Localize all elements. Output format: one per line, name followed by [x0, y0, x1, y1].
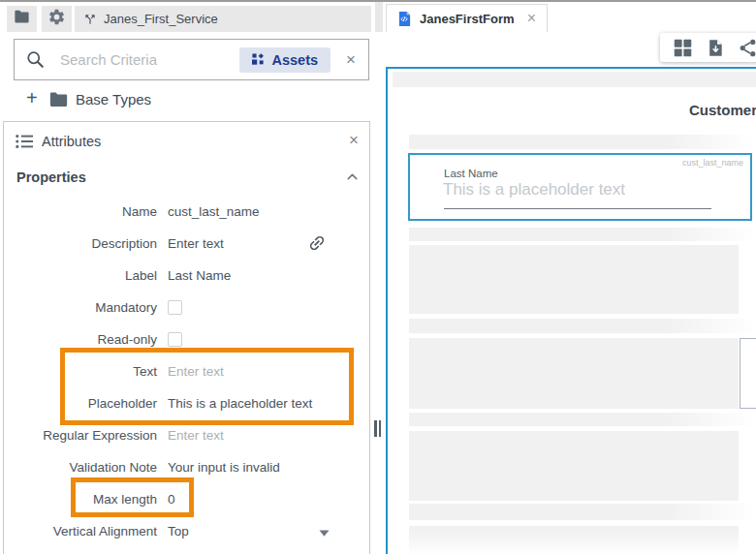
property-row-max-length: Max length 0 — [4, 483, 369, 515]
form-placeholder-strip — [393, 72, 756, 87]
folder-icon — [48, 90, 69, 111]
property-label: Text — [4, 364, 157, 379]
label-field[interactable]: Last Name — [168, 268, 231, 283]
form-spacer-bar — [409, 135, 756, 149]
form-placeholder-block[interactable] — [409, 245, 739, 314]
property-label: Regular Expression — [4, 428, 157, 443]
clear-search-icon[interactable]: × — [346, 51, 356, 68]
name-field[interactable]: cust_last_name — [168, 204, 260, 219]
form-file-icon — [397, 11, 412, 27]
form-placeholder-block[interactable] — [409, 338, 739, 409]
attributes-panel: Attributes × Properties Name cust_last_n… — [3, 121, 370, 554]
property-label: Placeholder — [4, 396, 157, 411]
tree-item-base-types[interactable]: + Base Types — [0, 87, 369, 112]
text-field[interactable]: Enter text — [168, 364, 224, 379]
settings-button[interactable] — [42, 6, 72, 32]
field-technical-name: cust_last_name — [682, 158, 743, 168]
folder-icon — [13, 8, 31, 30]
search-icon — [25, 49, 46, 70]
gear-icon — [47, 8, 66, 30]
share-button[interactable] — [738, 38, 756, 58]
canvas-toolbar — [660, 33, 756, 62]
form-spacer-bar — [409, 319, 756, 333]
properties-section-header[interactable]: Properties — [4, 161, 369, 194]
property-label: Validation Note — [4, 460, 157, 475]
property-label: Label — [4, 268, 157, 283]
panel-splitter-handle[interactable] — [374, 420, 384, 437]
form-spacer-bar — [409, 228, 756, 241]
description-field[interactable]: Enter text — [168, 236, 224, 251]
form-title: Customer — [689, 102, 756, 118]
field-underline — [444, 208, 711, 209]
tab-title: JanesFirstForm — [420, 12, 515, 26]
side-panel-edge — [740, 338, 756, 409]
property-row-label: Label Last Name — [4, 260, 369, 292]
close-tab-icon[interactable]: × — [527, 11, 536, 26]
field-placeholder-text: This is a placeholder text — [443, 180, 625, 200]
property-label: Vertical Alignment — [4, 524, 157, 539]
properties-title: Properties — [16, 169, 86, 185]
property-row-vertical-alignment: Vertical Alignment Top — [4, 515, 369, 547]
property-row-regex: Regular Expression Enter text — [4, 419, 369, 451]
property-label: Description — [4, 236, 157, 251]
folder-button[interactable] — [7, 6, 37, 32]
property-label: Name — [4, 204, 157, 219]
assets-filter-button[interactable]: Assets — [239, 47, 331, 73]
service-tab-label: Janes_First_Service — [104, 12, 218, 26]
base-types-label: Base Types — [76, 91, 151, 108]
property-label: Mandatory — [4, 300, 157, 315]
chevron-up-icon[interactable] — [344, 169, 361, 189]
property-row-name: Name cust_last_name — [4, 196, 369, 228]
toolbar-divider — [375, 2, 383, 32]
attributes-title: Attributes — [42, 134, 101, 149]
placeholder-field[interactable]: This is a placeholder text — [168, 396, 312, 411]
form-placeholder-block[interactable] — [409, 431, 739, 501]
assets-label: Assets — [272, 52, 319, 68]
import-file-button[interactable] — [706, 38, 725, 58]
form-spacer-bar — [409, 504, 756, 520]
assets-icon — [252, 53, 265, 66]
property-row-description: Description Enter text — [4, 228, 369, 260]
properties-list: Name cust_last_name Description Enter te… — [4, 196, 369, 547]
form-placeholder-block[interactable] — [409, 526, 739, 554]
attributes-header: Attributes × — [4, 122, 369, 161]
field-label: Last Name — [444, 168, 498, 179]
grid-view-button[interactable] — [673, 38, 693, 58]
property-row-placeholder: Placeholder This is a placeholder text — [4, 387, 369, 419]
property-label: Max length — [4, 492, 157, 507]
tab-janesfirstform[interactable]: JanesFirstForm × — [386, 4, 548, 32]
app-window: Janes_First_Service Assets × + Base Type… — [0, 0, 756, 554]
list-icon — [15, 133, 34, 150]
search-panel: Assets × — [14, 39, 369, 80]
property-row-mandatory: Mandatory — [4, 292, 369, 323]
regex-field[interactable]: Enter text — [168, 428, 224, 443]
link-icon[interactable] — [303, 230, 331, 257]
selected-form-field[interactable]: cust_last_name Last Name This is a place… — [408, 153, 752, 221]
validation-note-field[interactable]: Your input is invalid — [168, 460, 280, 475]
service-branch-icon — [83, 13, 97, 26]
property-row-readonly: Read-only — [4, 323, 369, 355]
max-length-field[interactable]: 0 — [168, 492, 175, 507]
form-spacer-bar — [409, 413, 756, 426]
mandatory-checkbox[interactable] — [168, 300, 182, 315]
readonly-checkbox[interactable] — [168, 332, 182, 347]
search-input[interactable] — [58, 50, 239, 69]
service-tab[interactable]: Janes_First_Service — [75, 6, 371, 32]
property-row-validation-note: Validation Note Your input is invalid — [4, 451, 369, 483]
property-label: Read-only — [4, 332, 157, 347]
dropdown-caret-icon[interactable] — [317, 525, 331, 542]
vertical-alignment-select[interactable]: Top — [168, 524, 189, 539]
expand-plus-icon[interactable]: + — [26, 88, 38, 108]
close-attributes-icon[interactable]: × — [349, 132, 359, 148]
property-row-text: Text Enter text — [4, 355, 369, 387]
